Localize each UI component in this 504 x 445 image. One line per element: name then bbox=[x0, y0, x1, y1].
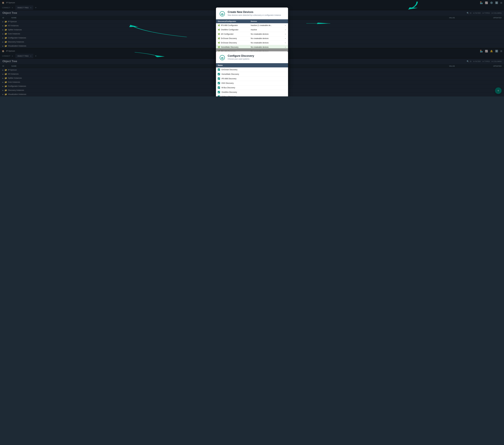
device-table-row[interactable]: 🌿IPS-868 Configurator Inactive (1 create… bbox=[216, 23, 288, 28]
create-modal-header: Create New Devices New devices were dete… bbox=[216, 7, 288, 19]
device-name: 🌿IPS-868 Configurator bbox=[216, 23, 249, 28]
create-modal-subtitle: New devices were detected by a discovery… bbox=[228, 14, 285, 16]
svg-point-5 bbox=[222, 59, 223, 59]
device-status: No createable devices bbox=[249, 41, 283, 45]
device-arrow[interactable]: → bbox=[283, 32, 288, 36]
device-icon: 🌿 bbox=[218, 46, 220, 48]
configure-item-label: IPS-868 Discovery bbox=[221, 78, 236, 80]
device-status: Inactive (1 createable de... bbox=[249, 23, 283, 28]
device-arrow[interactable]: → bbox=[283, 41, 288, 45]
device-icon: 🌿 bbox=[218, 33, 220, 35]
configure-item-label: OneWire Discovery bbox=[221, 91, 237, 93]
configure-item-checkbox[interactable] bbox=[218, 69, 220, 71]
configure-list-header-label: Name bbox=[218, 64, 223, 66]
device-table-col-arrow bbox=[283, 19, 288, 23]
device-status: No createable devices bbox=[249, 36, 283, 41]
device-arrow[interactable]: → bbox=[283, 36, 288, 41]
configure-modal-header: Configure Discovery Choose your used sys… bbox=[216, 51, 288, 63]
configure-list-item[interactable]: HomeMatic Discovery bbox=[216, 72, 288, 76]
modal-configure-icon bbox=[219, 54, 226, 61]
device-arrow[interactable]: → bbox=[283, 23, 288, 28]
bottom-section: 🏠 IP-Symcon 🏪 📈 🔔 ℹ️ ⊞ CONNECT ✕ OBJECT … bbox=[0, 48, 504, 96]
device-status: No createable devices bbox=[249, 32, 283, 36]
configure-item-checkbox[interactable] bbox=[218, 91, 220, 93]
modal-discovery-icon bbox=[219, 11, 226, 17]
configure-list: EnOcean Discovery HomeMatic Discovery IP… bbox=[216, 67, 288, 96]
configure-list-item[interactable]: Z-Wave Discovery bbox=[216, 94, 288, 96]
device-table-row[interactable]: 🌿EnOcean Discovery No createable devices… bbox=[216, 41, 288, 45]
configure-item-checkbox[interactable] bbox=[218, 95, 220, 96]
device-table-row[interactable]: 🌿dS Configurator No createable devices → bbox=[216, 32, 288, 36]
configure-item-label: HomeMatic Discovery bbox=[221, 73, 239, 75]
configure-item-checkbox[interactable] bbox=[218, 77, 220, 80]
configure-list-header: Name bbox=[216, 63, 288, 67]
configure-modal-title: Configure Discovery bbox=[228, 54, 285, 57]
configure-modal-overlay: Configure Discovery Choose your used sys… bbox=[0, 48, 504, 96]
configure-list-item[interactable]: OneWire Discovery bbox=[216, 90, 288, 94]
configure-item-label: Z-Wave Discovery bbox=[221, 96, 236, 97]
configure-modal-body: Name EnOcean Discovery HomeMatic Discove… bbox=[216, 63, 288, 96]
top-section: 🏠 IP-Symcon 🏪 📈 ⚙️ ℹ️ ⊞ CONNECT ✕ OBJECT… bbox=[0, 0, 504, 48]
device-name: 🌿OneWire Configurator bbox=[216, 28, 249, 32]
configure-list-item[interactable]: EnOcean Discovery bbox=[216, 67, 288, 72]
device-icon: 🌿 bbox=[218, 24, 220, 26]
configure-modal-subtitle: Choose your used systems bbox=[228, 58, 285, 60]
device-icon: 🌿 bbox=[218, 29, 220, 31]
device-table-col-devices: Devices bbox=[249, 19, 283, 23]
device-table-col-discovery: Discovery/Configurator bbox=[216, 19, 249, 23]
create-modal-title-area: Create New Devices New devices were dete… bbox=[228, 11, 285, 16]
configure-list-item[interactable]: KNX Discovery bbox=[216, 81, 288, 86]
configure-modal: Configure Discovery Choose your used sys… bbox=[216, 51, 288, 96]
configure-item-checkbox[interactable] bbox=[218, 87, 220, 89]
configure-item-label: KNX Discovery bbox=[221, 82, 234, 84]
configure-item-label: EnOcean Discovery bbox=[221, 69, 237, 71]
configure-modal-title-area: Configure Discovery Choose your used sys… bbox=[228, 54, 285, 60]
configure-item-checkbox[interactable] bbox=[218, 82, 220, 84]
create-modal-title: Create New Devices bbox=[228, 11, 285, 14]
device-name: 🌿dS Configurator bbox=[216, 32, 249, 36]
configure-list-item[interactable]: M-Bus Discovery bbox=[216, 86, 288, 90]
svg-point-1 bbox=[222, 15, 223, 16]
device-status: Inactive bbox=[249, 28, 283, 32]
create-modal-overlay: Create New Devices New devices were dete… bbox=[0, 0, 504, 48]
device-name: 🌿EnOcean Discovery bbox=[216, 41, 249, 45]
device-icon: 🌿 bbox=[218, 42, 220, 44]
device-icon: 🌿 bbox=[218, 37, 220, 39]
configure-item-label: M-Bus Discovery bbox=[221, 87, 235, 89]
device-arrow[interactable]: → bbox=[283, 28, 288, 32]
device-table-row[interactable]: 🌿OneWire Configurator Inactive → bbox=[216, 28, 288, 32]
configure-item-checkbox[interactable] bbox=[218, 73, 220, 75]
device-name: 🌿EnOcean Discovery bbox=[216, 36, 249, 41]
device-table-row[interactable]: 🌿EnOcean Discovery No createable devices… bbox=[216, 36, 288, 41]
configure-list-item[interactable]: IPS-868 Discovery bbox=[216, 76, 288, 81]
